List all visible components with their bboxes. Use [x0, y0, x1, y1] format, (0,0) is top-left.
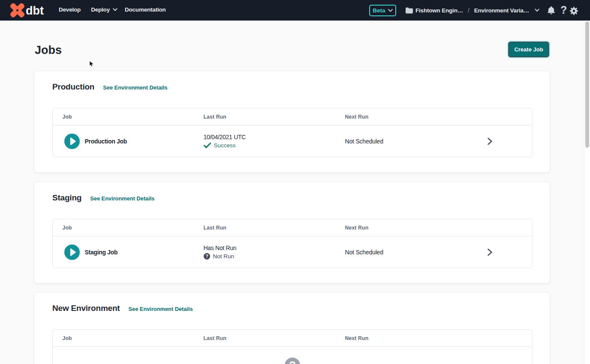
svg-text:?: ?	[289, 359, 296, 364]
svg-text:dbt: dbt	[26, 4, 44, 17]
svg-text:?: ?	[205, 254, 208, 259]
